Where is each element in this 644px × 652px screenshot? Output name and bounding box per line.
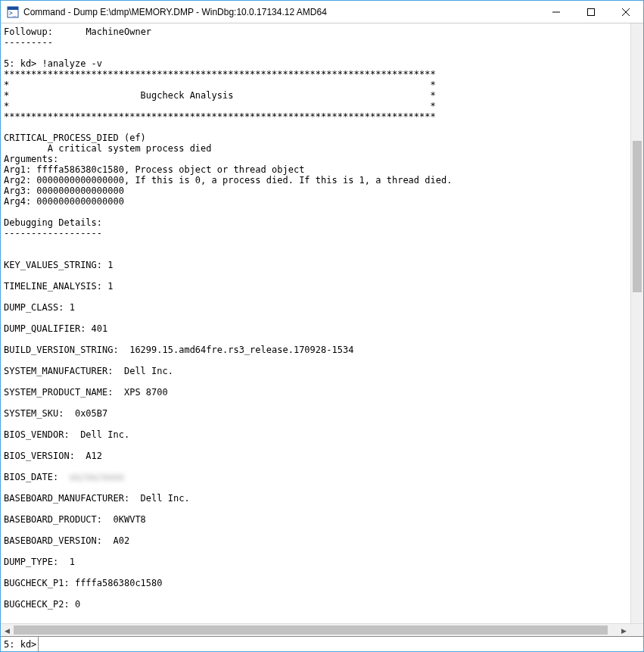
svg-rect-4 [588, 8, 595, 15]
window-controls [539, 1, 643, 23]
windbg-command-window: >_ Command - Dump E:\dmp\MEMORY.DMP - Wi… [0, 0, 644, 652]
svg-text:>_: >_ [9, 10, 17, 17]
horizontal-scrollbar-thumb[interactable] [14, 625, 608, 635]
vertical-scrollbar-thumb[interactable] [633, 141, 642, 292]
titlebar[interactable]: >_ Command - Dump E:\dmp\MEMORY.DMP - Wi… [1, 1, 643, 23]
content-area: Followup: MachineOwner --------- 5: kd> … [1, 23, 643, 623]
maximize-button[interactable] [574, 1, 608, 23]
scrollbar-corner [630, 624, 643, 637]
vertical-scrollbar[interactable] [630, 23, 643, 623]
horizontal-scrollbar[interactable]: ◀ ▶ [1, 624, 630, 636]
output-pane[interactable]: Followup: MachineOwner --------- 5: kd> … [1, 23, 630, 623]
output-text: Followup: MachineOwner --------- 5: kd> … [1, 23, 630, 611]
close-button[interactable] [608, 1, 643, 23]
scroll-left-icon[interactable]: ◀ [1, 624, 14, 637]
horizontal-scrollbar-row: ◀ ▶ [1, 623, 643, 636]
command-input[interactable] [38, 637, 643, 651]
app-icon: >_ [7, 6, 19, 18]
command-input-row: 5: kd> [1, 636, 643, 651]
command-prompt: 5: kd> [1, 639, 38, 650]
minimize-button[interactable] [539, 1, 574, 23]
window-title: Command - Dump E:\dmp\MEMORY.DMP - WinDb… [23, 7, 539, 17]
scroll-right-icon[interactable]: ▶ [618, 624, 630, 637]
